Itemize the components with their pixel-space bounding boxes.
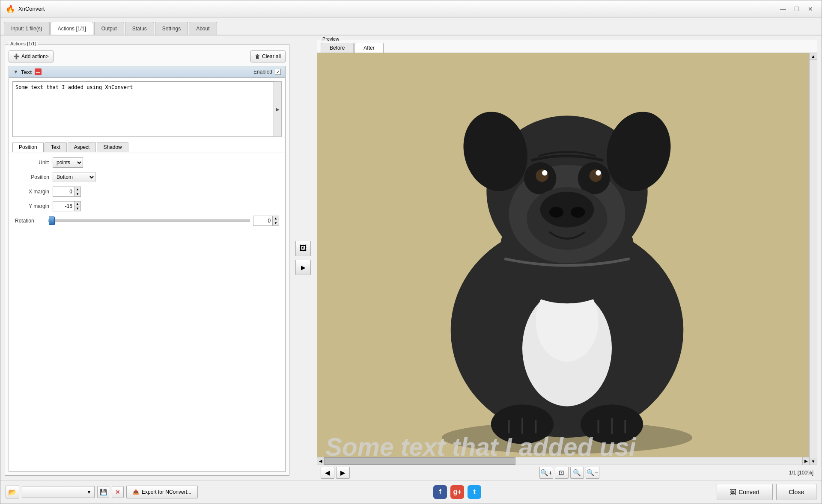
- add-action-button[interactable]: ➕ Add action>: [9, 50, 54, 62]
- rotation-label: Rotation: [15, 218, 45, 224]
- h-scroll-thumb[interactable]: [324, 457, 515, 465]
- scroll-left-button[interactable]: ◀: [317, 457, 324, 465]
- position-label: Position: [15, 174, 49, 180]
- dropdown-arrow-icon: ▼: [86, 489, 92, 495]
- main-content: Actions [1/1] ➕ Add action> 🗑 Clear all: [0, 36, 822, 480]
- sub-tab-position[interactable]: Position: [12, 142, 44, 152]
- svg-point-12: [542, 170, 548, 176]
- right-panel: Preview Before After: [317, 40, 817, 476]
- nav-next-button[interactable]: ▶: [336, 467, 350, 479]
- convert-button[interactable]: 🖼 Convert: [717, 484, 773, 500]
- preview-group: Preview Before After: [317, 40, 817, 480]
- nav-prev-button[interactable]: ◀: [321, 467, 334, 479]
- convert-icon: 🖼: [730, 489, 736, 495]
- enabled-section: Enabled: [253, 69, 281, 75]
- facebook-icon[interactable]: f: [433, 485, 447, 499]
- text-input[interactable]: Some text that I added using XnConvert: [12, 81, 274, 137]
- preview-tab-after[interactable]: After: [354, 43, 383, 53]
- position-row: Position Bottom Top Center Top Left Top …: [15, 172, 279, 182]
- x-margin-input[interactable]: [53, 187, 74, 197]
- google-plus-icon[interactable]: g+: [450, 485, 464, 499]
- add-action-icon: ➕: [13, 53, 20, 59]
- clear-all-button[interactable]: 🗑 Clear all: [250, 50, 286, 62]
- preview-tab-before[interactable]: Before: [321, 43, 354, 53]
- text-area-row: Some text that I added using XnConvert ▶: [9, 78, 285, 140]
- twitter-icon[interactable]: t: [468, 485, 481, 499]
- action-card-title-left: ▼ Text —: [13, 68, 42, 75]
- close-window-button[interactable]: ✕: [804, 4, 816, 14]
- maximize-button[interactable]: ☐: [791, 4, 803, 14]
- preview-image-icon-button[interactable]: 🖼: [295, 241, 311, 256]
- rotation-input[interactable]: [253, 216, 272, 226]
- tab-about[interactable]: About: [189, 22, 217, 35]
- actions-group-title: Actions [1/1]: [9, 41, 38, 46]
- text-scrollbar[interactable]: ▶: [274, 81, 282, 137]
- rotation-spinbox: ▲ ▼: [253, 216, 279, 226]
- clear-all-label: Clear all: [262, 53, 281, 59]
- y-margin-row: Y margin ▲ ▼: [15, 201, 279, 211]
- svg-point-13: [596, 170, 601, 176]
- save-button[interactable]: 💾: [97, 486, 109, 498]
- svg-point-15: [540, 192, 594, 228]
- enabled-checkbox[interactable]: [275, 69, 281, 75]
- minimize-button[interactable]: —: [777, 4, 789, 14]
- svg-point-17: [571, 207, 585, 218]
- export-label: Export for NConvert...: [142, 489, 191, 495]
- y-margin-input[interactable]: [53, 201, 74, 211]
- y-margin-spinbox: ▲ ▼: [53, 201, 81, 211]
- left-panel: Actions [1/1] ➕ Add action> 🗑 Clear all: [5, 40, 289, 476]
- app-icon: 🔥: [6, 4, 15, 14]
- tab-settings[interactable]: Settings: [155, 22, 188, 35]
- delete-button[interactable]: ✕: [112, 486, 124, 498]
- x-margin-row: X margin ▲ ▼: [15, 187, 279, 197]
- scroll-right-button[interactable]: ▶: [802, 457, 809, 465]
- preview-zoom-controls: 🔍+ ⊡ 🔍 🔍−: [539, 467, 599, 479]
- open-folder-button[interactable]: 📂: [6, 486, 19, 498]
- rotation-down[interactable]: ▼: [273, 221, 279, 226]
- sub-tab-shadow[interactable]: Shadow: [97, 142, 128, 152]
- title-bar: 🔥 XnConvert — ☐ ✕: [0, 0, 822, 18]
- scroll-up-button[interactable]: ▲: [810, 53, 817, 60]
- expand-arrow-button[interactable]: ▶: [295, 260, 311, 275]
- tab-actions[interactable]: Actions [1/1]: [51, 22, 93, 35]
- sub-tab-bar: Position Text Aspect Shadow: [9, 140, 285, 152]
- rotation-up[interactable]: ▲: [273, 216, 279, 221]
- scroll-track: [810, 60, 817, 458]
- bottom-right: 🖼 Convert Close: [717, 484, 816, 500]
- x-margin-down[interactable]: ▼: [74, 192, 80, 197]
- svg-point-16: [549, 207, 563, 218]
- zoom-out-button[interactable]: 🔍−: [586, 467, 599, 479]
- zoom-out-button-2[interactable]: 🔍: [570, 467, 584, 479]
- preset-dropdown[interactable]: ▼: [22, 486, 95, 498]
- sub-tab-aspect[interactable]: Aspect: [68, 142, 96, 152]
- tab-input[interactable]: Input: 1 file(s): [4, 22, 50, 35]
- preview-scroll-down[interactable]: ◀ ▶: [317, 457, 809, 465]
- tab-status[interactable]: Status: [125, 22, 154, 35]
- y-margin-down[interactable]: ▼: [74, 207, 80, 211]
- dog-svg: Some text that I added usi: [317, 53, 817, 465]
- unit-row: Unit: points pixels percent: [15, 157, 279, 168]
- preview-toolbar: ◀ ▶ 🔍+ ⊡ 🔍 🔍− 1/1 [100%]: [317, 465, 817, 480]
- scroll-down-button[interactable]: ▼: [810, 458, 817, 465]
- rotation-slider[interactable]: [48, 219, 250, 222]
- export-icon: 📤: [133, 489, 139, 495]
- x-margin-arrows: ▲ ▼: [74, 187, 81, 197]
- export-button[interactable]: 📤 Export for NConvert...: [126, 486, 198, 498]
- collapse-arrow-icon[interactable]: ▼: [13, 69, 18, 75]
- remove-action-button[interactable]: —: [35, 68, 42, 75]
- close-button[interactable]: Close: [776, 484, 816, 500]
- y-margin-up[interactable]: ▲: [74, 202, 80, 207]
- dog-photo: Some text that I added usi: [317, 53, 817, 465]
- tab-output[interactable]: Output: [94, 22, 124, 35]
- unit-select[interactable]: points pixels percent: [53, 157, 83, 168]
- zoom-in-button[interactable]: 🔍+: [539, 467, 553, 479]
- x-margin-up[interactable]: ▲: [74, 187, 80, 192]
- fit-button[interactable]: ⊡: [555, 467, 569, 479]
- sub-tab-text[interactable]: Text: [45, 142, 67, 152]
- preview-icon-col: 🖼 ▶: [295, 241, 311, 275]
- preview-scroll-right[interactable]: ▲ ▼: [809, 53, 817, 465]
- tab-bar: Input: 1 file(s) Actions [1/1] Output St…: [0, 18, 822, 36]
- middle-arrow-area: 🖼 ▶: [294, 40, 313, 476]
- y-margin-arrows: ▲ ▼: [74, 201, 81, 211]
- position-select[interactable]: Bottom Top Center Top Left Top Right Bot…: [53, 172, 95, 182]
